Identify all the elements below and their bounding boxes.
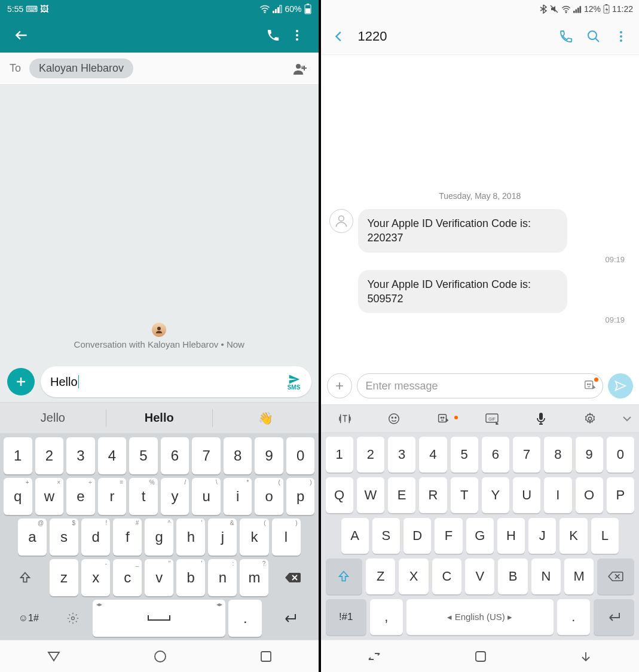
key-m[interactable]: m? <box>240 559 268 596</box>
key-6[interactable]: 6 <box>161 437 189 474</box>
key-T[interactable]: T <box>451 477 478 513</box>
key-6[interactable]: 6 <box>482 437 509 472</box>
enter-key[interactable] <box>594 599 634 635</box>
contact-avatar[interactable] <box>329 209 353 233</box>
language-key[interactable]: ◂ English (US) ▸ <box>406 599 554 635</box>
key-O[interactable]: O <box>576 477 603 513</box>
recipient-chip[interactable]: Kaloyan Hlebarov <box>29 59 133 78</box>
key-h[interactable]: h' <box>176 518 205 556</box>
call-button[interactable] <box>554 24 578 48</box>
nav-back[interactable] <box>579 650 592 662</box>
key-4[interactable]: 4 <box>98 437 127 474</box>
nav-home[interactable] <box>154 650 167 663</box>
key-r[interactable]: r= <box>98 478 127 515</box>
enter-key[interactable] <box>265 600 314 637</box>
nav-back[interactable] <box>47 650 61 662</box>
symbol-key[interactable]: !#1 <box>326 599 366 635</box>
key-e[interactable]: e÷ <box>66 478 95 515</box>
key-7[interactable]: 7 <box>192 437 221 474</box>
key-V[interactable]: V <box>465 559 494 594</box>
overflow-menu[interactable] <box>285 23 309 47</box>
key-K[interactable]: K <box>559 518 587 554</box>
conversation-area[interactable]: Conversation with Kaloyan Hlebarov • Now <box>0 85 319 361</box>
key-L[interactable]: L <box>591 518 619 554</box>
key-Z[interactable]: Z <box>366 559 395 594</box>
key-o[interactable]: o( <box>255 478 283 515</box>
key-X[interactable]: X <box>399 559 428 594</box>
message-bubble[interactable]: Your Apple ID Verification Code is: 2202… <box>358 209 567 253</box>
key-1[interactable]: 1 <box>4 437 32 474</box>
key-a[interactable]: a@ <box>18 518 47 556</box>
key-3[interactable]: 3 <box>388 437 415 472</box>
backspace-key[interactable] <box>271 559 314 596</box>
key-d[interactable]: d! <box>81 518 110 556</box>
key-q[interactable]: q+ <box>4 478 32 515</box>
send-button[interactable] <box>608 373 633 398</box>
key-c[interactable]: c_ <box>113 559 142 596</box>
key-y[interactable]: y/ <box>161 478 189 515</box>
key-l[interactable]: l) <box>272 518 301 556</box>
key-U[interactable]: U <box>513 477 540 513</box>
key-b[interactable]: b' <box>176 559 205 596</box>
settings-key[interactable] <box>56 600 90 637</box>
key-A[interactable]: A <box>341 518 369 554</box>
key-D[interactable]: D <box>403 518 431 554</box>
attach-button[interactable] <box>327 373 352 398</box>
key-R[interactable]: R <box>419 477 447 513</box>
key-W[interactable]: W <box>357 477 384 513</box>
key-0[interactable]: 0 <box>607 437 634 472</box>
key-3[interactable]: 3 <box>66 437 95 474</box>
key-9[interactable]: 9 <box>255 437 283 474</box>
key-0[interactable]: 0 <box>286 437 315 474</box>
key-P[interactable]: P <box>607 477 634 513</box>
key-1[interactable]: 1 <box>326 437 353 472</box>
key-8[interactable]: 8 <box>544 437 571 472</box>
back-button[interactable] <box>327 24 351 48</box>
overflow-menu[interactable] <box>609 24 633 48</box>
add-recipient-button[interactable] <box>291 62 309 75</box>
key-s[interactable]: s$ <box>50 518 78 556</box>
send-button[interactable]: SMS <box>286 373 302 391</box>
key-J[interactable]: J <box>528 518 556 554</box>
key-C[interactable]: C <box>432 559 461 594</box>
nav-home[interactable] <box>475 650 487 662</box>
conversation-area[interactable]: Tuesday, May 8, 2018 Your Apple ID Verif… <box>321 55 640 370</box>
key-5[interactable]: 5 <box>129 437 158 474</box>
key-H[interactable]: H <box>497 518 525 554</box>
period-key[interactable]: . <box>557 599 590 635</box>
back-button[interactable] <box>10 23 33 47</box>
key-w[interactable]: w× <box>35 478 64 515</box>
message-input[interactable]: Hello SMS <box>41 366 311 397</box>
shift-key[interactable] <box>326 559 363 594</box>
settings-button[interactable] <box>565 412 614 425</box>
key-x[interactable]: x- <box>81 559 110 596</box>
period-key[interactable]: . <box>228 600 262 637</box>
key-Y[interactable]: Y <box>482 477 509 513</box>
search-button[interactable] <box>582 24 606 48</box>
message-input[interactable]: Enter message <box>357 373 604 398</box>
space-key[interactable]: ◂▸◂▸ <box>93 600 225 637</box>
key-g[interactable]: g^ <box>145 518 173 556</box>
key-u[interactable]: u\ <box>192 478 221 515</box>
key-p[interactable]: p) <box>286 478 315 515</box>
key-M[interactable]: M <box>564 559 594 594</box>
key-N[interactable]: N <box>531 559 561 594</box>
key-j[interactable]: j& <box>208 518 237 556</box>
key-z[interactable]: z <box>50 559 78 596</box>
comma-key[interactable]: , <box>370 599 403 635</box>
key-G[interactable]: G <box>466 518 494 554</box>
backspace-key[interactable] <box>597 559 634 594</box>
emoji-button[interactable] <box>369 412 418 425</box>
key-S[interactable]: S <box>372 518 400 554</box>
suggestion-1[interactable]: Jello <box>0 411 106 425</box>
key-7[interactable]: 7 <box>513 437 540 472</box>
sticker-button[interactable] <box>418 412 467 425</box>
key-v[interactable]: v" <box>145 559 173 596</box>
suggestion-2[interactable]: Hello <box>106 411 212 425</box>
key-i[interactable]: i* <box>224 478 252 515</box>
symbol-key[interactable]: ☺1# <box>4 600 53 637</box>
key-2[interactable]: 2 <box>35 437 64 474</box>
key-B[interactable]: B <box>498 559 527 594</box>
sticker-button[interactable] <box>583 379 597 392</box>
suggestion-3[interactable]: 👋 <box>213 411 319 425</box>
